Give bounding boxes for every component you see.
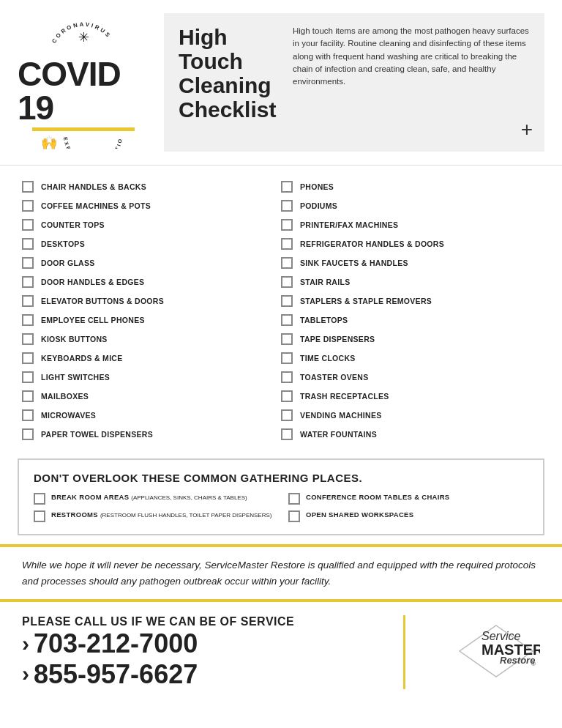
right-check-item[interactable]: SINK FAUCETS & HANDLES xyxy=(281,253,540,272)
right-check-item[interactable]: TOASTER OVENS xyxy=(281,368,540,387)
checkbox[interactable] xyxy=(281,181,293,193)
svg-text:Restore: Restore xyxy=(500,655,535,666)
check-label: LIGHT SWITCHES xyxy=(41,373,110,382)
checkbox[interactable] xyxy=(22,428,34,440)
gathering-label: BREAK ROOM AREAS (APPLIANCES, SINKS, CHA… xyxy=(51,493,247,502)
right-check-item[interactable]: PRINTER/FAX MACHINES xyxy=(281,215,540,234)
gathering-item[interactable]: BREAK ROOM AREAS (APPLIANCES, SINKS, CHA… xyxy=(34,493,274,505)
cta-phone2[interactable]: › 855-957-6627 xyxy=(22,659,386,689)
gathering-label: RESTROOMS (RESTROOM FLUSH HANDLES, TOILE… xyxy=(51,510,271,519)
cta-divider xyxy=(403,615,405,689)
checkbox[interactable] xyxy=(281,219,293,231)
left-check-item[interactable]: COUNTER TOPS xyxy=(22,215,281,234)
left-check-item[interactable]: DOOR GLASS xyxy=(22,253,281,272)
check-label: PAPER TOWEL DISPENSERS xyxy=(41,430,153,439)
checkbox[interactable] xyxy=(22,219,34,231)
check-label: MICROWAVES xyxy=(41,411,96,420)
footer-banner: While we hope it will never be necessary… xyxy=(0,544,562,602)
left-check-item[interactable]: DESKTOPS xyxy=(22,234,281,253)
left-check-item[interactable]: DOOR HANDLES & EDGES xyxy=(22,272,281,291)
right-check-item[interactable]: TIME CLOCKS xyxy=(281,349,540,368)
check-label: MAILBOXES xyxy=(41,392,89,401)
left-check-item[interactable]: KIOSK BUTTONS xyxy=(22,330,281,349)
checkbox[interactable] xyxy=(22,371,34,383)
right-check-item[interactable]: TRASH RECEPTACLES xyxy=(281,387,540,406)
cta-call-label: PLEASE CALL US IF WE CAN BE OF SERVICE xyxy=(22,615,386,628)
checkbox[interactable] xyxy=(281,295,293,307)
checkbox[interactable] xyxy=(281,409,293,421)
right-check-item[interactable]: STAPLERS & STAPLE REMOVERS xyxy=(281,291,540,311)
right-check-item[interactable]: REFRIGERATOR HANDLES & DOORS xyxy=(281,234,540,253)
checkbox[interactable] xyxy=(281,257,293,269)
left-check-item[interactable]: KEYBOARDS & MICE xyxy=(22,349,281,368)
right-check-item[interactable]: STAIR RAILS xyxy=(281,272,540,291)
checkbox[interactable] xyxy=(22,333,34,345)
check-label: CHAIR HANDLES & BACKS xyxy=(41,182,146,191)
gathering-label: CONFERENCE ROOM TABLES & CHAIRS xyxy=(306,493,450,502)
checkbox[interactable] xyxy=(22,238,34,250)
checkbox[interactable] xyxy=(22,276,34,288)
checkbox[interactable] xyxy=(22,181,34,193)
checkbox[interactable] xyxy=(22,390,34,402)
plus-icon: + xyxy=(521,118,533,141)
check-label: REFRIGERATOR HANDLES & DOORS xyxy=(300,239,444,248)
phone-number-2[interactable]: 855-957-6627 xyxy=(34,659,198,689)
checkbox[interactable] xyxy=(281,238,293,250)
corona-ring: CORONAVIRUS ✳ xyxy=(47,13,120,57)
left-check-item[interactable]: PAPER TOWEL DISPENSERS xyxy=(22,425,281,444)
right-check-item[interactable]: TABLETOPS xyxy=(281,311,540,330)
check-label: STAIR RAILS xyxy=(300,278,350,286)
checkbox[interactable] xyxy=(34,493,45,505)
checklist-description: High touch items are among the most path… xyxy=(293,25,530,88)
svg-text:EXPOSURE REDUCTION: EXPOSURE REDUCTION xyxy=(60,134,123,149)
right-check-item[interactable]: PODIUMS xyxy=(281,196,540,215)
checkbox[interactable] xyxy=(288,510,300,522)
svg-text:Service: Service xyxy=(482,630,520,642)
cta-right: Service MASTER Restore ® xyxy=(423,618,540,687)
right-check-item[interactable]: TAPE DISPENSERS xyxy=(281,330,540,349)
checkbox[interactable] xyxy=(281,333,293,345)
chevron-icon-1: › xyxy=(22,631,29,657)
header-right: High Touch Cleaning Checklist High touch… xyxy=(164,13,544,152)
check-label: PODIUMS xyxy=(300,201,337,210)
gathering-label: OPEN SHARED WORKSPACES xyxy=(306,510,413,519)
right-check-item[interactable]: PHONES xyxy=(281,177,540,196)
checkbox[interactable] xyxy=(281,314,293,326)
checkbox[interactable] xyxy=(281,200,293,212)
check-label: SINK FAUCETS & HANDLES xyxy=(300,259,408,267)
left-check-item[interactable]: ELEVATOR BUTTONS & DOORS xyxy=(22,291,281,311)
checkbox[interactable] xyxy=(22,409,34,421)
page-header: CORONAVIRUS ✳ COVID 19 🙌 EXPOSURE REDUCT… xyxy=(0,0,562,166)
check-label: DESKTOPS xyxy=(41,239,85,248)
right-check-item[interactable]: VENDING MACHINES xyxy=(281,406,540,425)
checkbox[interactable] xyxy=(22,314,34,326)
check-label: EMPLOYEE CELL PHONES xyxy=(41,316,145,324)
checkbox[interactable] xyxy=(22,200,34,212)
gathering-title: DON'T OVERLOOK THESE COMMON GATHERING PL… xyxy=(34,472,528,484)
check-label: DOOR HANDLES & EDGES xyxy=(41,278,144,286)
gathering-item[interactable]: CONFERENCE ROOM TABLES & CHAIRS xyxy=(288,493,528,505)
checkbox[interactable] xyxy=(34,510,45,522)
checkbox[interactable] xyxy=(22,295,34,307)
checkbox[interactable] xyxy=(281,390,293,402)
right-check-item[interactable]: WATER FOUNTAINS xyxy=(281,425,540,444)
left-check-item[interactable]: MAILBOXES xyxy=(22,387,281,406)
check-label: ELEVATOR BUTTONS & DOORS xyxy=(41,297,164,305)
left-check-item[interactable]: LIGHT SWITCHES xyxy=(22,368,281,387)
left-check-item[interactable]: CHAIR HANDLES & BACKS xyxy=(22,177,281,196)
checkbox[interactable] xyxy=(281,371,293,383)
gathering-item[interactable]: OPEN SHARED WORKSPACES xyxy=(288,510,528,522)
cta-phone1[interactable]: › 703-212-7000 xyxy=(22,628,386,658)
checkbox[interactable] xyxy=(281,428,293,440)
left-check-item[interactable]: MICROWAVES xyxy=(22,406,281,425)
svg-text:✳: ✳ xyxy=(78,30,89,45)
checkbox[interactable] xyxy=(281,276,293,288)
checkbox[interactable] xyxy=(281,352,293,364)
left-check-item[interactable]: EMPLOYEE CELL PHONES xyxy=(22,311,281,330)
checkbox[interactable] xyxy=(22,352,34,364)
left-check-item[interactable]: COFFEE MACHINES & POTS xyxy=(22,196,281,215)
phone-number-1[interactable]: 703-212-7000 xyxy=(34,628,198,658)
checkbox[interactable] xyxy=(22,257,34,269)
checkbox[interactable] xyxy=(288,493,300,505)
gathering-item[interactable]: RESTROOMS (RESTROOM FLUSH HANDLES, TOILE… xyxy=(34,510,274,522)
